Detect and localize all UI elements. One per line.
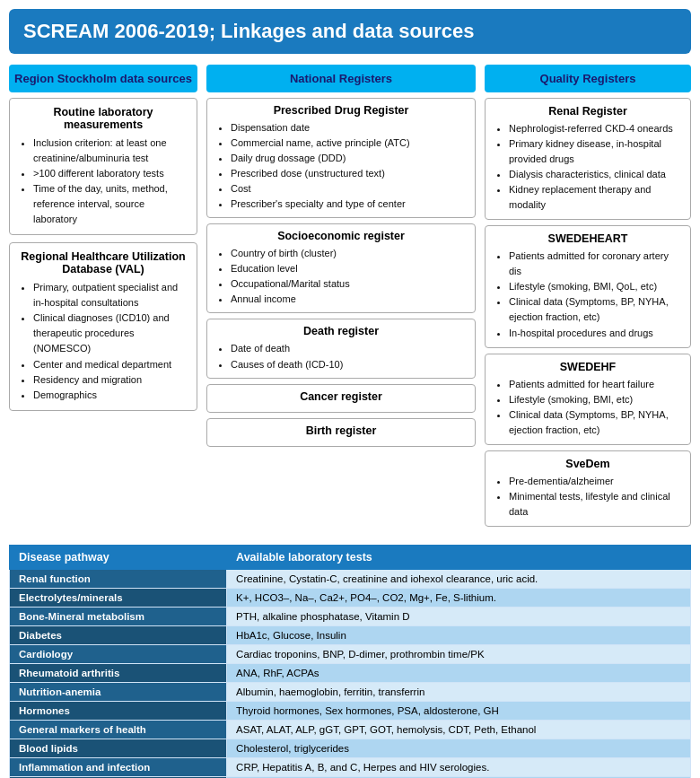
tests-cell: CRP, Hepatitis A, B, and C, Herpes and H… [227, 757, 691, 776]
main-title: SCREAM 2006-2019; Linkages and data sour… [9, 9, 691, 54]
table-row: General markers of healthASAT, ALAT, ALP… [10, 720, 691, 739]
list-item: Nephrologist-referred CKD-4 oneards [509, 121, 681, 136]
svedem-box: SveDem Pre-dementia/alzheimer Minimental… [485, 450, 691, 527]
pathway-cell: Cardiology [10, 644, 227, 663]
list-item: Causes of death (ICD-10) [231, 357, 466, 372]
middle-column-header: National Registers [206, 65, 476, 92]
death-register-list: Date of death Causes of death (ICD-10) [216, 341, 466, 372]
list-item: Residency and migration [33, 372, 188, 388]
list-item: Minimental tests, lifestyle and clinical… [509, 489, 681, 520]
list-item: Dialysis characteristics, clinical data [509, 167, 681, 182]
val-title: Regional Healthcare Utilization Database… [19, 250, 188, 275]
list-item: Time of the day, units, method, referenc… [33, 181, 188, 227]
death-register-box: Death register Date of death Causes of d… [206, 319, 476, 378]
swedehf-box: SWEDEHF Patients admitted for heart fail… [485, 354, 691, 445]
table-row: Electrolytes/mineralsK+, HCO3–, Na–, Ca2… [10, 588, 691, 607]
list-item: Clinical data (Symptoms, BP, NYHA, eject… [509, 294, 681, 325]
table-row: Renal functionCreatinine, Cystatin-C, cr… [10, 569, 691, 588]
tests-cell: ASAT, ALAT, ALP, gGT, GPT, GOT, hemolysi… [227, 720, 691, 739]
table-row: Blood lipidsCholesterol, triglycerides [10, 739, 691, 757]
routine-lab-title: Routine laboratory measurements [19, 106, 188, 131]
tests-cell: HbA1c, Glucose, Insulin [227, 625, 691, 644]
tests-cell: K+, HCO3–, Na–, Ca2+, PO4–, CO2, Mg+, Fe… [227, 588, 691, 607]
pathway-cell: Electrolytes/minerals [10, 588, 227, 607]
pathway-cell: Renal function [10, 569, 227, 588]
list-item: Prescribed dose (unstructured text) [231, 166, 466, 181]
list-item: Country of birth (cluster) [231, 246, 466, 261]
pathway-cell: Nutrition-anemia [10, 682, 227, 701]
routine-lab-box: Routine laboratory measurements Inclusio… [9, 98, 197, 235]
list-item: Dispensation date [231, 120, 466, 135]
tests-cell: Thyroid hormones, Sex hormones, PSA, ald… [227, 701, 691, 720]
birth-register-title: Birth register [216, 424, 466, 437]
list-item: Clinical data (Symptoms, BP, NYHA, eject… [509, 407, 681, 438]
list-item: Primary, outpatient specialist and in-ho… [33, 280, 188, 310]
tests-cell: ANA, RhF, ACPAs [227, 663, 691, 682]
table-row: DiabetesHbA1c, Glucose, Insulin [10, 625, 691, 644]
left-column-header: Region Stockholm data sources [9, 65, 197, 92]
pathway-cell: Hormones [10, 701, 227, 720]
list-item: Education level [231, 261, 466, 276]
middle-column: National Registers Prescribed Drug Regis… [206, 65, 476, 532]
list-item: In-hospital procedures and drugs [509, 326, 681, 341]
svedem-list: Pre-dementia/alzheimer Minimental tests,… [494, 474, 681, 520]
cancer-register-box: Cancer register [206, 384, 476, 413]
tests-cell: Creatinine, Cystatin-C, creatinine and i… [227, 569, 691, 588]
list-item: Clinical diagnoses (ICD10) and therapeut… [33, 310, 188, 356]
list-item: Annual income [231, 292, 466, 307]
table-row: Rheumatoid arthritisANA, RhF, ACPAs [10, 663, 691, 682]
list-item: Lifestyle (smoking, BMI, QoL, etc) [509, 279, 681, 294]
socioeconomic-box: Socioeconomic register Country of birth … [206, 223, 476, 313]
birth-register-box: Birth register [206, 418, 476, 447]
left-column: Region Stockholm data sources Routine la… [9, 65, 197, 532]
top-section: Region Stockholm data sources Routine la… [9, 65, 691, 532]
prescribed-drug-box: Prescribed Drug Register Dispensation da… [206, 98, 476, 218]
list-item: Lifestyle (smoking, BMI, etc) [509, 392, 681, 407]
tests-cell: Cholesterol, triglycerides [227, 739, 691, 757]
list-item: Patients admitted for heart failure [509, 377, 681, 392]
swedehf-list: Patients admitted for heart failure Life… [494, 377, 681, 438]
list-item: Daily drug dossage (DDD) [231, 151, 466, 166]
svedem-title: SveDem [494, 458, 681, 470]
table-header-tests: Available laboratory tests [227, 545, 691, 569]
cancer-register-title: Cancer register [216, 390, 466, 403]
list-item: Date of death [231, 341, 466, 356]
swedeheart-title: SWEDEHEART [494, 232, 681, 245]
tests-cell: Cardiac troponins, BNP, D-dimer, prothro… [227, 644, 691, 663]
pathway-cell: Bone-Mineral metabolism [10, 607, 227, 625]
swedeheart-box: SWEDEHEART Patients admitted for coronar… [485, 225, 691, 347]
routine-lab-list: Inclusion criterion: at least one creati… [19, 135, 188, 227]
table-row: Bone-Mineral metabolismPTH, alkaline pho… [10, 607, 691, 625]
list-item: Cost [231, 181, 466, 197]
pathway-cell: Rheumatoid arthritis [10, 663, 227, 682]
list-item: Pre-dementia/alzheimer [509, 474, 681, 489]
tests-cell: PTH, alkaline phosphatase, Vitamin D [227, 607, 691, 625]
list-item: Primary kidney disease, in-hospital prov… [509, 136, 681, 167]
list-item: Patients admitted for coronary artery di… [509, 249, 681, 279]
list-item: Center and medical department [33, 357, 188, 372]
right-column: Quality Registers Renal Register Nephrol… [485, 65, 691, 532]
socioeconomic-title: Socioeconomic register [216, 230, 466, 242]
prescribed-drug-list: Dispensation date Commercial name, activ… [216, 120, 466, 212]
list-item: Kidney replacement therapy and modality [509, 182, 681, 213]
table-row: Nutrition-anemiaAlbumin, haemoglobin, fe… [10, 682, 691, 701]
socioeconomic-list: Country of birth (cluster) Education lev… [216, 246, 466, 307]
lab-table: Disease pathway Available laboratory tes… [9, 545, 691, 778]
table-row: CardiologyCardiac troponins, BNP, D-dime… [10, 644, 691, 663]
list-item: Inclusion criterion: at least one creati… [33, 135, 188, 166]
death-register-title: Death register [216, 325, 466, 337]
renal-register-box: Renal Register Nephrologist-referred CKD… [485, 98, 691, 220]
prescribed-drug-title: Prescribed Drug Register [216, 104, 466, 117]
swedehf-title: SWEDEHF [494, 361, 681, 373]
renal-register-list: Nephrologist-referred CKD-4 oneards Prim… [494, 121, 681, 213]
swedeheart-list: Patients admitted for coronary artery di… [494, 249, 681, 340]
renal-register-title: Renal Register [494, 105, 681, 118]
val-list: Primary, outpatient specialist and in-ho… [19, 280, 188, 402]
val-box: Regional Healthcare Utilization Database… [9, 242, 197, 410]
right-column-header: Quality Registers [485, 65, 691, 92]
list-item: Prescriber's specialty and type of cente… [231, 197, 466, 212]
table-header-pathway: Disease pathway [10, 545, 227, 569]
list-item: Commercial name, active principle (ATC) [231, 135, 466, 151]
list-item: Demographics [33, 388, 188, 403]
pathway-cell: Inflammation and infection [10, 757, 227, 776]
